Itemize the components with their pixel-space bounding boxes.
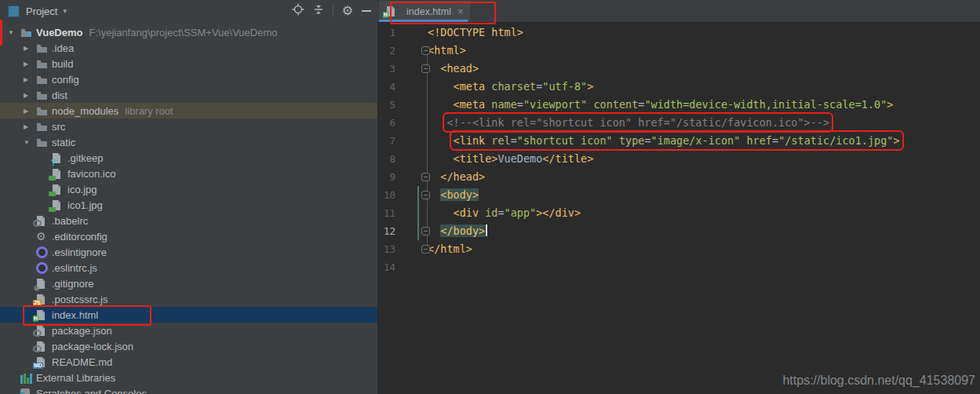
code-line-11[interactable]: <div id="app"></div>: [378, 204, 980, 222]
tree-item-label: config: [52, 74, 79, 86]
tree-item-package-json[interactable]: package.json: [0, 323, 377, 338]
eslint-icon: [36, 246, 52, 258]
tree-item-node-modules[interactable]: ▶node_moduleslibrary root: [0, 103, 377, 119]
tab-label: index.html: [406, 6, 451, 17]
code-line-3[interactable]: <head>: [378, 60, 980, 78]
tree-item-vuedemo[interactable]: ▼VueDemoF:\yejianfang\project\SSM+Vue\Vu…: [0, 24, 377, 40]
project-panel-header: Project ▾ ⚙: [0, 0, 377, 22]
tab-index-html[interactable]: H index.html ×: [379, 1, 470, 22]
tree-item-static[interactable]: ▼static: [0, 134, 377, 150]
tree-item-label: ico1.jpg: [67, 199, 103, 211]
code-line-9[interactable]: </head>: [378, 168, 980, 186]
tree-item-label: node_modules: [52, 105, 118, 117]
tree-item-secondary-text: F:\yejianfang\project\SSM+Vue\VueDemo: [89, 27, 277, 38]
locate-icon[interactable]: [292, 3, 304, 19]
eslint-icon: [36, 262, 52, 274]
fold-marker-line-10[interactable]: –: [421, 191, 430, 199]
code-line-13[interactable]: </html>: [378, 240, 980, 258]
tree-item-label: static: [52, 137, 75, 148]
chevron-right-icon[interactable]: ▶: [22, 45, 36, 52]
file-md-icon: MD: [36, 356, 52, 368]
folder-icon: [36, 59, 52, 69]
tree-item-label: VueDemo: [36, 27, 82, 38]
tree-item-label: .gitignore: [52, 278, 93, 290]
chevron-right-icon[interactable]: ▶: [22, 92, 36, 99]
tree-item-index-html[interactable]: Hindex.html: [0, 307, 377, 323]
file-image-icon: [52, 168, 67, 180]
tree-item-label: .babelrc: [52, 215, 88, 227]
fold-marker-line-2[interactable]: –: [421, 46, 430, 55]
folder-icon: [36, 90, 52, 100]
folder-icon: [36, 75, 52, 85]
tree-item-build[interactable]: ▶build: [0, 56, 377, 71]
tree-item-label: package-lock.json: [52, 341, 133, 352]
file-config-icon: [36, 341, 52, 352]
tree-item-scratches-and-consoles[interactable]: Scratches and Consoles: [0, 385, 377, 394]
tree-item-eslintignore[interactable]: .eslintignore: [0, 244, 377, 260]
chevron-down-icon[interactable]: ▾: [63, 7, 67, 15]
tree-item-eslintrc-js[interactable]: .eslintrc.js: [0, 260, 377, 275]
gear-file-icon: ⚙: [36, 231, 52, 242]
fold-marker-line-9[interactable]: –: [421, 173, 430, 181]
close-icon[interactable]: ×: [457, 5, 464, 17]
fold-marker-line-3[interactable]: –: [421, 64, 430, 73]
chevron-right-icon[interactable]: ▶: [22, 123, 36, 130]
file-js-icon: JS: [36, 294, 52, 305]
fold-marker-line-12[interactable]: –: [421, 227, 430, 235]
chevron-down-icon[interactable]: ▼: [22, 139, 36, 146]
tree-item-label: ico.jpg: [67, 184, 97, 195]
folder-root-icon: [20, 27, 36, 38]
code-line-8[interactable]: <title>VueDemo</title>: [378, 150, 980, 168]
code-line-7[interactable]: <link rel="shortcut icon" type="image/x-…: [378, 132, 980, 150]
fold-marker-line-13[interactable]: –: [421, 245, 430, 254]
tree-item-config[interactable]: ▶config: [0, 71, 377, 87]
tree-item-editorconfig[interactable]: ⚙.editorconfig: [0, 228, 377, 244]
code-line-14[interactable]: [378, 258, 980, 276]
tree-item-ico-jpg[interactable]: ico.jpg: [0, 181, 377, 197]
tree-item-gitkeep[interactable]: ?.gitkeep: [0, 150, 377, 166]
tree-item-ico1-jpg[interactable]: ico1.jpg: [0, 197, 377, 213]
tree-item-external-libraries[interactable]: External Libraries: [0, 370, 377, 385]
chevron-down-icon[interactable]: ▼: [6, 29, 20, 36]
tree-item-label: .editorconfig: [52, 231, 107, 243]
settings-gear-icon[interactable]: ⚙: [342, 5, 353, 17]
hide-panel-icon[interactable]: [362, 10, 371, 12]
tree-item-gitignore[interactable]: ⊘.gitignore: [0, 275, 377, 291]
tree-item-label: .postcssrc.js: [52, 294, 108, 305]
file-config-icon: [36, 325, 52, 337]
file-html-icon: H: [36, 309, 52, 321]
code-editor: 1234567891011121314 <!DOCTYPE html><html…: [377, 22, 980, 394]
tree-item-label: .eslintignore: [52, 246, 107, 258]
tree-item-src[interactable]: ▶src: [0, 119, 377, 134]
folder-icon: [36, 137, 52, 148]
tree-item-babelrc[interactable]: .babelrc: [0, 213, 377, 228]
chevron-right-icon[interactable]: ▶: [22, 76, 36, 83]
code-line-6[interactable]: <!--<link rel="shortcut icon" href="/sta…: [378, 114, 980, 132]
code-area[interactable]: <!DOCTYPE html><html> <head> <meta chars…: [378, 24, 980, 276]
editor-tab-bar: H index.html ×: [377, 0, 980, 22]
toolbar-divider: [333, 5, 333, 17]
code-line-2[interactable]: <html>: [378, 42, 980, 60]
tree-item-label: .eslintrc.js: [52, 262, 97, 274]
code-line-5[interactable]: <meta name="viewport" content="width=dev…: [378, 96, 980, 114]
tree-item-label: .idea: [52, 42, 74, 54]
tree-item-idea[interactable]: ▶.idea: [0, 40, 377, 56]
tree-item-dist[interactable]: ▶dist: [0, 87, 377, 103]
folder-icon: [36, 43, 52, 53]
html-file-icon: H: [386, 5, 402, 17]
chevron-right-icon[interactable]: ▶: [22, 108, 36, 115]
chevron-right-icon[interactable]: ▶: [22, 60, 36, 67]
tree-item-label: README.md: [52, 356, 112, 368]
tree-item-postcssrc-js[interactable]: JS.postcssrc.js: [0, 291, 377, 307]
annotation-box-line-6: <!--<link rel="shortcut icon" href="/sta…: [446, 116, 829, 129]
code-line-1[interactable]: <!DOCTYPE html>: [378, 24, 980, 42]
code-line-10[interactable]: <body>: [378, 186, 980, 204]
tree-item-package-lock-json[interactable]: package-lock.json: [0, 338, 377, 354]
tree-item-favicon-ico[interactable]: favicon.ico: [0, 166, 377, 181]
code-line-12[interactable]: </body>: [378, 222, 980, 240]
code-line-4[interactable]: <meta charset="utf-8">: [378, 78, 980, 96]
tree-item-readme-md[interactable]: MDREADME.md: [0, 354, 377, 370]
file-image-icon: [52, 184, 67, 195]
collapse-all-icon[interactable]: [313, 3, 324, 19]
tree-item-label: build: [52, 58, 73, 70]
